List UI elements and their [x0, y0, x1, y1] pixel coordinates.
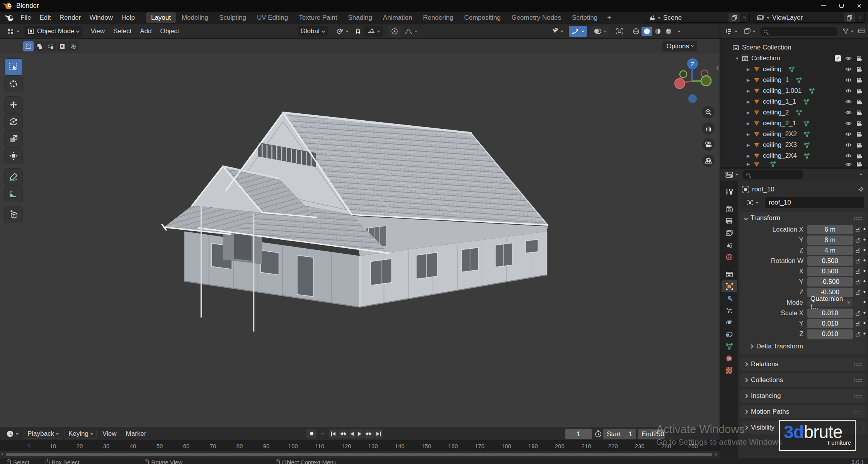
frame-tick[interactable]: 70	[210, 443, 216, 449]
outliner-row[interactable]: Scene Collection ✓	[720, 42, 868, 53]
disclosure-triangle[interactable]: ▶	[747, 154, 753, 159]
lock-icon[interactable]	[853, 269, 863, 274]
viewlayer-name[interactable]: ViewLayer	[769, 14, 844, 22]
lock-icon[interactable]	[853, 331, 863, 337]
mode-dropdown[interactable]: Object Mode	[24, 26, 82, 37]
outliner-row[interactable]: ▶ ceiling_2X2 ✓	[720, 129, 868, 140]
disclosure-triangle[interactable]: ▶	[747, 132, 753, 137]
outliner-row[interactable]: ▶ ceiling_1.001 ✓	[720, 85, 868, 96]
keying-menu[interactable]: Keying	[65, 429, 97, 439]
frame-tick[interactable]: 10	[50, 443, 56, 449]
viewport-menu-item[interactable]: Object	[156, 26, 183, 36]
workspace-tab[interactable]: Compositing	[459, 12, 506, 23]
tool-annotate[interactable]	[5, 169, 22, 185]
outliner-row[interactable]: ▶ ceiling_2X3 ✓	[720, 140, 868, 150]
overlays-dropdown[interactable]	[590, 26, 609, 37]
eye-icon[interactable]	[845, 121, 852, 126]
tab-output[interactable]	[722, 215, 737, 227]
camera-icon[interactable]	[856, 154, 863, 159]
frame-tick[interactable]: 130	[368, 443, 378, 449]
viewport-menu-item[interactable]: Select	[109, 26, 136, 36]
playback-menu[interactable]: Playback	[24, 429, 62, 439]
animate-dot[interactable]: •	[863, 267, 866, 275]
camera-icon[interactable]	[856, 99, 863, 104]
timeline-ruler[interactable]: 1102030405060708090100110120130140150160…	[0, 440, 720, 451]
lock-icon[interactable]	[853, 290, 863, 295]
number-field[interactable]: -0.500	[807, 277, 853, 287]
drag-grip-icon[interactable]	[853, 217, 862, 220]
outliner-filter-by-type[interactable]	[742, 26, 757, 37]
menu-item[interactable]: Edit	[35, 13, 55, 23]
outliner-row[interactable]: ▶ ceiling_1 ✓	[720, 75, 868, 85]
select-mode-invert[interactable]	[57, 41, 67, 51]
number-field[interactable]: 0.500	[807, 256, 853, 266]
properties-section-header[interactable]: Instancing	[740, 389, 866, 403]
tab-object[interactable]	[722, 280, 737, 292]
animate-dot[interactable]: •	[863, 330, 866, 338]
animate-dot[interactable]: •	[863, 278, 866, 286]
animate-dot[interactable]: •	[863, 288, 866, 296]
select-mode-intersect[interactable]	[68, 41, 78, 51]
camera-icon[interactable]	[856, 132, 863, 137]
frame-tick[interactable]: 80	[237, 443, 243, 449]
eye-icon[interactable]	[845, 89, 852, 93]
animate-dot[interactable]: •	[863, 319, 866, 328]
menu-item[interactable]: File	[16, 13, 35, 23]
collection-checkbox[interactable]: ✓	[835, 55, 841, 61]
snap-target-dropdown[interactable]	[364, 26, 383, 37]
next-keyframe-button[interactable]	[364, 429, 374, 438]
animate-dot[interactable]: •	[863, 246, 866, 254]
workspace-tab[interactable]: Layout	[146, 12, 176, 23]
workspace-tab[interactable]: +	[603, 14, 615, 22]
eye-icon[interactable]	[845, 67, 852, 72]
tool-transform[interactable]	[5, 148, 22, 164]
new-scene-icon[interactable]	[728, 13, 740, 22]
scene-name[interactable]: Scene	[660, 14, 728, 22]
options-button[interactable]: Options	[662, 41, 697, 51]
object-visibility-dropdown[interactable]	[548, 26, 566, 37]
jump-to-end-button[interactable]	[374, 429, 383, 438]
xray-toggle[interactable]	[613, 26, 626, 37]
frame-tick[interactable]: 200	[555, 443, 565, 449]
tool-select-box[interactable]	[5, 59, 22, 75]
workspace-tab[interactable]: Texture Paint	[294, 12, 342, 23]
number-field[interactable]: 8 m	[807, 235, 853, 245]
disclosure-triangle[interactable]: ▶	[747, 99, 753, 104]
workspace-tab[interactable]: Geometry Nodes	[506, 12, 566, 23]
number-field[interactable]: 0.010	[807, 329, 853, 339]
tab-render[interactable]	[722, 203, 737, 215]
workspace-tab[interactable]: Scripting	[567, 12, 602, 23]
lock-icon[interactable]	[853, 227, 863, 232]
tab-constraints[interactable]	[722, 328, 737, 340]
zoom-button[interactable]	[702, 106, 715, 118]
lock-icon[interactable]	[853, 279, 863, 285]
camera-icon[interactable]	[856, 143, 863, 148]
menu-item[interactable]: Render	[55, 13, 85, 23]
number-field[interactable]: 0.010	[807, 309, 853, 318]
timeline-scrollbar[interactable]	[6, 453, 712, 456]
expand-arrow-left[interactable]: ›	[1, 450, 3, 457]
frame-tick[interactable]: 40	[130, 443, 136, 449]
tab-tool[interactable]	[722, 186, 737, 198]
new-collection-button[interactable]	[858, 27, 865, 36]
disclosure-triangle[interactable]: ▶	[747, 162, 753, 167]
outliner-row[interactable]: ▼ Collection ✓	[720, 53, 868, 64]
tool-measure[interactable]	[5, 186, 22, 202]
shading-material-button[interactable]	[652, 27, 663, 36]
eye-icon[interactable]	[845, 154, 852, 158]
workspace-tab[interactable]: Sculpting	[214, 12, 251, 23]
tab-object-data[interactable]	[722, 340, 737, 352]
viewlayer-selector[interactable]: ViewLayer ×	[754, 13, 865, 23]
navigation-gizmo[interactable]: Z	[671, 56, 714, 106]
menu-item[interactable]: Window	[85, 13, 117, 23]
lock-icon[interactable]	[853, 321, 863, 326]
menu-item[interactable]: Help	[117, 13, 139, 23]
animate-dot[interactable]: •	[863, 225, 866, 234]
new-viewlayer-icon[interactable]	[844, 13, 855, 22]
properties-options-chevron[interactable]	[859, 173, 862, 176]
camera-icon[interactable]	[856, 110, 863, 115]
outliner-row[interactable]: ▶ ceiling_2_1 ✓	[720, 118, 868, 129]
outliner-row[interactable]: ▶ ceiling ✓	[720, 64, 868, 75]
lock-icon[interactable]	[853, 248, 863, 253]
tab-particles[interactable]	[722, 304, 737, 316]
